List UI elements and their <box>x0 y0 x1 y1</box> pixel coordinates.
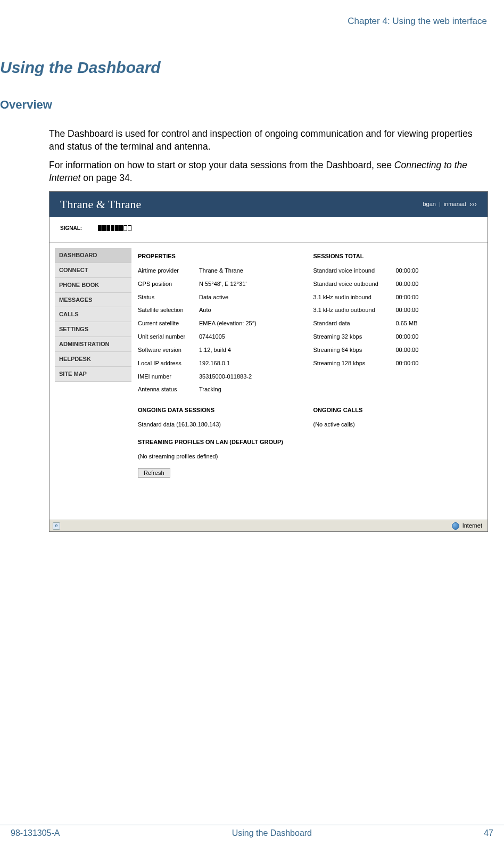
signal-bar <box>106 225 110 231</box>
sidebar-item-dashboard[interactable]: DASHBOARD <box>55 248 131 263</box>
page-footer: 98-131305-A Using the Dashboard 47 <box>0 825 504 838</box>
property-label: Unit serial number <box>138 333 199 341</box>
session-value: 00:00:00 <box>396 333 428 341</box>
session-row: Streaming 64 kbps00:00:00 <box>313 346 478 354</box>
signal-bars <box>98 225 131 231</box>
property-row: Antenna statusTracking <box>138 385 303 393</box>
session-value: 00:00:00 <box>396 346 428 354</box>
session-row: Standard voice outbound00:00:00 <box>313 280 478 288</box>
property-label: Antenna status <box>138 385 199 393</box>
session-value: 00:00:00 <box>396 359 428 367</box>
property-label: Satellite selection <box>138 306 199 314</box>
page-icon: e <box>53 522 60 530</box>
session-label: Streaming 32 kbps <box>313 333 396 341</box>
main-content: PROPERTIES Airtime providerThrane & Thra… <box>135 243 488 520</box>
signal-bar <box>98 225 102 231</box>
sidebar-item-messages[interactable]: MESSAGES <box>55 293 131 308</box>
session-label: Standard voice outbound <box>313 280 396 288</box>
brand-bgan: bgan <box>423 200 435 208</box>
property-label: Software version <box>138 346 199 354</box>
section-heading: Overview <box>0 98 488 112</box>
property-value: Tracking <box>199 385 303 393</box>
property-value: Data active <box>199 293 303 301</box>
dashboard-screenshot: Thrane & Thrane bgan | inmarsat ››› SIGN… <box>49 191 488 532</box>
chapter-header: Chapter 4: Using the web interface <box>0 16 488 27</box>
properties-list: Airtime providerThrane & ThraneGPS posit… <box>138 267 303 393</box>
property-row: Software version1.12, build 4 <box>138 346 303 354</box>
property-value: Thrane & Thrane <box>199 267 303 275</box>
session-label: Streaming 64 kbps <box>313 346 396 354</box>
session-value: 00:00:00 <box>396 306 428 314</box>
sidebar-item-phone-book[interactable]: PHONE BOOK <box>55 278 131 293</box>
signal-bar <box>102 225 106 231</box>
status-zone: Internet <box>462 522 482 530</box>
brand-logo-text: Thrane & Thrane <box>60 196 141 212</box>
property-label: Current satellite <box>138 319 199 327</box>
session-row: Standard voice inbound00:00:00 <box>313 267 478 275</box>
session-row: 3.1 kHz audio outbound00:00:00 <box>313 306 478 314</box>
session-value: 00:00:00 <box>396 280 428 288</box>
signal-row: SIGNAL: <box>49 217 488 243</box>
session-row: 3.1 kHz audio inbound00:00:00 <box>313 293 478 301</box>
session-label: Standard voice inbound <box>313 267 396 275</box>
session-label: Streaming 128 kbps <box>313 359 396 367</box>
property-label: IMEI number <box>138 373 199 381</box>
para2-a: For information on how to start or stop … <box>49 160 394 170</box>
sidebar-item-settings[interactable]: SETTINGS <box>55 322 131 337</box>
property-row: IMEI number35315000-011883-2 <box>138 373 303 381</box>
streaming-profiles-heading: STREAMING PROFILES ON LAN (DEFAULT GROUP… <box>138 438 478 446</box>
session-row: Streaming 128 kbps00:00:00 <box>313 359 478 367</box>
brand-inmarsat: inmarsat <box>444 200 466 208</box>
session-label: 3.1 kHz audio inbound <box>313 293 396 301</box>
brand-right: bgan | inmarsat ››› <box>423 199 477 209</box>
property-row: Local IP address192.168.0.1 <box>138 359 303 367</box>
session-value: 00:00:00 <box>396 293 428 301</box>
session-row: Streaming 32 kbps00:00:00 <box>313 333 478 341</box>
ongoing-data-value: Standard data (161.30.180.143) <box>138 421 303 429</box>
signal-bar <box>111 225 114 231</box>
property-label: Status <box>138 293 199 301</box>
property-label: GPS position <box>138 280 199 288</box>
sessions-heading: SESSIONS TOTAL <box>313 252 478 260</box>
property-label: Airtime provider <box>138 267 199 275</box>
sidebar-item-connect[interactable]: CONNECT <box>55 263 131 278</box>
property-value: 1.12, build 4 <box>199 346 303 354</box>
footer-title: Using the Dashboard <box>232 828 312 838</box>
para2-b: on page 34. <box>80 173 132 183</box>
sidebar-item-administration[interactable]: ADMINISTRATION <box>55 337 131 352</box>
paragraph-1: The Dashboard is used for control and in… <box>49 128 488 153</box>
brand-divider: | <box>439 200 441 208</box>
property-row: Airtime providerThrane & Thrane <box>138 267 303 275</box>
brand-bar: Thrane & Thrane bgan | inmarsat ››› <box>49 192 488 217</box>
property-value: 192.168.0.1 <box>199 359 303 367</box>
session-label: Standard data <box>313 319 396 327</box>
property-row: Unit serial number07441005 <box>138 333 303 341</box>
sidebar-item-site-map[interactable]: SITE MAP <box>55 367 131 382</box>
sidebar-item-calls[interactable]: CALLS <box>55 307 131 322</box>
sidebar-item-helpdesk[interactable]: HELPDESK <box>55 352 131 367</box>
wave-icon: ››› <box>469 199 477 209</box>
ongoing-calls-heading: ONGOING CALLS <box>313 406 478 414</box>
session-row: Standard data0.65 MB <box>313 319 478 327</box>
page-title: Using the Dashboard <box>0 59 488 77</box>
property-row: Satellite selectionAuto <box>138 306 303 314</box>
globe-icon <box>452 522 459 530</box>
signal-label: SIGNAL: <box>60 225 82 232</box>
footer-page-number: 47 <box>484 828 493 838</box>
session-value: 0.65 MB <box>396 319 428 327</box>
footer-doc-id: 98-131305-A <box>11 828 60 838</box>
property-label: Local IP address <box>138 359 199 367</box>
ongoing-data-heading: ONGOING DATA SESSIONS <box>138 406 303 414</box>
property-value: 07441005 <box>199 333 303 341</box>
property-row: Current satelliteEMEA (elevation: 25°) <box>138 319 303 327</box>
property-value: N 55°48', E 12°31' <box>199 280 303 288</box>
refresh-button[interactable]: Refresh <box>138 468 170 478</box>
ongoing-calls-value: (No active calls) <box>313 421 478 429</box>
sessions-list: Standard voice inbound00:00:00Standard v… <box>313 267 478 367</box>
signal-bar <box>115 225 119 231</box>
signal-bar <box>119 225 123 231</box>
sidebar-nav: DASHBOARDCONNECTPHONE BOOKMESSAGESCALLSS… <box>49 243 135 520</box>
property-row: GPS positionN 55°48', E 12°31' <box>138 280 303 288</box>
property-value: EMEA (elevation: 25°) <box>199 319 303 327</box>
session-value: 00:00:00 <box>396 267 428 275</box>
